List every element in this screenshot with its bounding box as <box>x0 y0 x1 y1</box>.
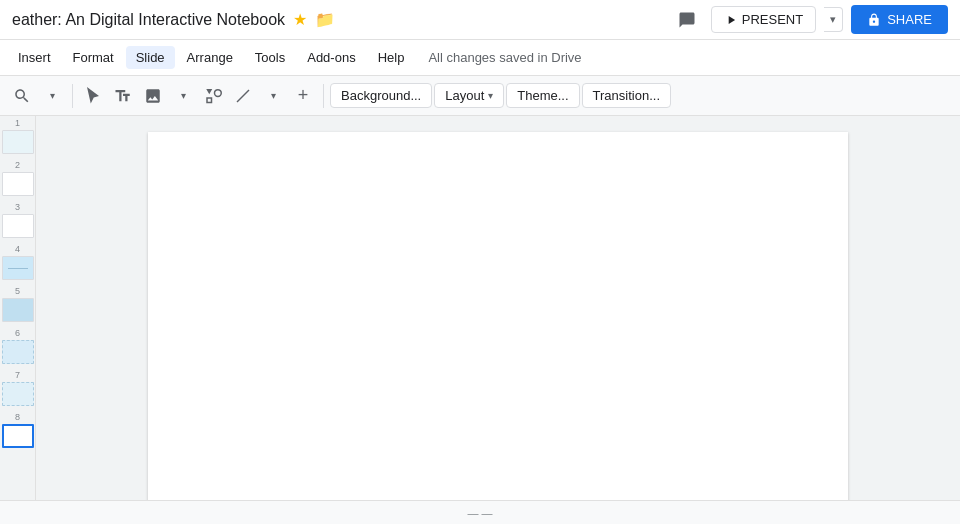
transition-button[interactable]: Transition... <box>582 83 671 108</box>
line-button[interactable] <box>229 82 257 110</box>
title-bar: eather: An Digital Interactive Notebook … <box>0 0 960 40</box>
header-actions: PRESENT ▾ SHARE <box>671 4 948 36</box>
share-icon <box>867 13 881 27</box>
slide-panel: 1 2 3 4 5 6 7 <box>0 116 36 500</box>
text-box-button[interactable] <box>109 82 137 110</box>
save-status: All changes saved in Drive <box>428 50 581 65</box>
menu-insert[interactable]: Insert <box>8 46 61 69</box>
textbox-icon <box>114 87 132 105</box>
image-dropdown-button[interactable]: ▾ <box>169 82 197 110</box>
canvas-area[interactable] <box>36 116 960 500</box>
star-icon[interactable]: ★ <box>293 10 307 29</box>
zoom-icon <box>13 87 31 105</box>
layout-chevron-icon: ▾ <box>488 90 493 101</box>
present-icon <box>724 13 738 27</box>
toolbar: ▾ ▾ ▾ + Background... <box>0 76 960 116</box>
shapes-icon <box>204 87 222 105</box>
zoom-button[interactable] <box>8 82 36 110</box>
select-tool-button[interactable] <box>79 82 107 110</box>
slide-thumbnail-2[interactable]: 2 <box>0 158 35 200</box>
image-button[interactable] <box>139 82 167 110</box>
menu-slide[interactable]: Slide <box>126 46 175 69</box>
present-button[interactable]: PRESENT <box>711 6 816 33</box>
slide-thumbnail-1[interactable]: 1 <box>0 116 35 158</box>
present-dropdown-button[interactable]: ▾ <box>824 7 843 32</box>
share-button[interactable]: SHARE <box>851 5 948 34</box>
menu-format[interactable]: Format <box>63 46 124 69</box>
folder-icon[interactable]: 📁 <box>315 10 335 29</box>
toolbar-sep-1 <box>72 84 73 108</box>
slide-thumbnail-4[interactable]: 4 <box>0 242 35 284</box>
slide-thumbnail-7[interactable]: 7 <box>0 368 35 410</box>
document-title[interactable]: eather: An Digital Interactive Notebook <box>12 11 285 29</box>
slide-thumbnail-3[interactable]: 3 <box>0 200 35 242</box>
add-button[interactable]: + <box>289 82 317 110</box>
shapes-button[interactable] <box>199 82 227 110</box>
line-icon <box>234 87 252 105</box>
comment-button[interactable] <box>671 4 703 36</box>
comment-icon <box>678 11 696 29</box>
bottom-bar: — — <box>0 500 960 524</box>
menu-tools[interactable]: Tools <box>245 46 295 69</box>
slide-thumbnail-8[interactable]: 8 <box>0 410 35 452</box>
menu-help[interactable]: Help <box>368 46 415 69</box>
image-icon <box>144 87 162 105</box>
slide-thumbnail-5[interactable]: 5 <box>0 284 35 326</box>
slide-canvas[interactable] <box>148 132 848 500</box>
layout-button[interactable]: Layout ▾ <box>434 83 504 108</box>
toolbar-sep-2 <box>323 84 324 108</box>
menu-arrange[interactable]: Arrange <box>177 46 243 69</box>
menu-bar: Insert Format Slide Arrange Tools Add-on… <box>0 40 960 76</box>
slide-thumbnail-6[interactable]: 6 <box>0 326 35 368</box>
background-button[interactable]: Background... <box>330 83 432 108</box>
zoom-dropdown-button[interactable]: ▾ <box>38 82 66 110</box>
main-area: 1 2 3 4 5 6 7 <box>0 116 960 500</box>
menu-addons[interactable]: Add-ons <box>297 46 365 69</box>
theme-button[interactable]: Theme... <box>506 83 579 108</box>
cursor-icon <box>84 87 102 105</box>
bottom-bar-info: — — <box>467 507 492 519</box>
line-dropdown-button[interactable]: ▾ <box>259 82 287 110</box>
